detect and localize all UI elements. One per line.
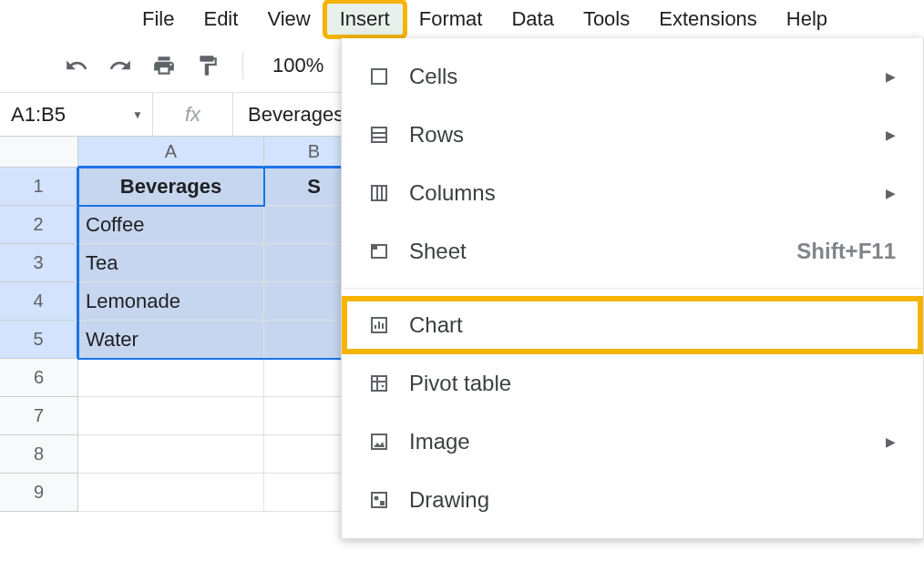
pivot-icon: [365, 370, 393, 397]
svg-rect-0: [372, 69, 386, 84]
cell-a6[interactable]: [78, 359, 264, 397]
menu-item-label: Drawing: [409, 487, 896, 513]
menu-item-label: Chart: [409, 312, 896, 338]
drawing-icon: [365, 486, 393, 514]
toolbar-separator: [242, 52, 243, 79]
row-header-3[interactable]: 3: [0, 244, 78, 282]
menu-item-pivot-table[interactable]: Pivot table: [342, 354, 923, 413]
zoom-level[interactable]: 100%: [265, 54, 331, 77]
svg-rect-1: [372, 128, 386, 142]
name-box-value: A1:B5: [11, 103, 66, 127]
cell-a1[interactable]: Beverages: [78, 168, 264, 206]
svg-rect-19: [380, 501, 385, 505]
row-headers: 1 2 3 4 5 6 7 8 9: [0, 168, 78, 512]
menu-item-columns[interactable]: Columns ▶: [342, 164, 923, 222]
submenu-arrow-icon: ▶: [886, 186, 896, 200]
menu-help[interactable]: Help: [772, 2, 842, 36]
cell-a7[interactable]: [78, 397, 264, 435]
cell-a4[interactable]: Lemonade: [78, 282, 264, 321]
row-header-5[interactable]: 5: [0, 321, 78, 359]
insert-menu-dropdown: Cells ▶ Rows ▶ Columns ▶ Sheet Shift+F11…: [341, 38, 924, 539]
submenu-arrow-icon: ▶: [886, 128, 896, 142]
menu-item-cells[interactable]: Cells ▶: [342, 47, 923, 106]
select-all-corner[interactable]: [0, 137, 78, 168]
row-header-2[interactable]: 2: [0, 206, 78, 244]
menu-item-label: Columns: [409, 180, 886, 206]
menu-item-label: Image: [409, 429, 886, 454]
menu-view[interactable]: View: [252, 2, 324, 36]
name-box[interactable]: A1:B5 ▼: [0, 93, 153, 137]
cell-a2[interactable]: Coffee: [78, 206, 264, 244]
menu-data[interactable]: Data: [497, 2, 568, 36]
menu-item-rows[interactable]: Rows ▶: [342, 106, 923, 164]
menu-item-image[interactable]: Image ▶: [342, 413, 923, 471]
rows-icon: [365, 121, 393, 148]
menu-item-label: Rows: [409, 122, 886, 148]
name-box-dropdown-icon[interactable]: ▼: [132, 108, 143, 121]
menu-item-chart[interactable]: Chart: [342, 296, 923, 354]
menu-item-label: Pivot table: [409, 371, 896, 396]
row-header-7[interactable]: 7: [0, 397, 78, 435]
cells-icon: [365, 63, 393, 90]
sheet-icon: [365, 238, 393, 265]
cell-a5[interactable]: Water: [78, 321, 264, 359]
menu-divider: [342, 288, 923, 289]
menu-item-sheet[interactable]: Sheet Shift+F11: [342, 222, 923, 280]
menu-edit[interactable]: Edit: [189, 2, 252, 36]
row-header-9[interactable]: 9: [0, 474, 78, 512]
redo-icon[interactable]: [108, 53, 133, 78]
menu-item-label: Sheet: [409, 239, 796, 264]
menu-insert[interactable]: Insert: [325, 2, 405, 36]
cell-a8[interactable]: [78, 435, 264, 474]
menu-item-shortcut: Shift+F11: [796, 239, 896, 264]
menu-file[interactable]: File: [128, 2, 189, 36]
undo-icon[interactable]: [64, 53, 89, 78]
menu-item-label: Cells: [409, 64, 886, 89]
row-header-1[interactable]: 1: [0, 168, 78, 206]
menu-item-drawing[interactable]: Drawing: [342, 471, 923, 529]
submenu-arrow-icon: ▶: [886, 69, 896, 84]
svg-rect-8: [372, 245, 377, 250]
cell-a3[interactable]: Tea: [78, 244, 264, 282]
menubar: File Edit View Insert Format Data Tools …: [0, 0, 924, 38]
cells-area[interactable]: Beverages S Coffee Tea Lemonade Water: [78, 168, 364, 512]
svg-rect-4: [372, 186, 386, 200]
cell-a9[interactable]: [78, 474, 264, 512]
svg-rect-13: [372, 376, 386, 391]
chart-icon: [365, 311, 393, 339]
row-header-4[interactable]: 4: [0, 282, 78, 321]
menu-tools[interactable]: Tools: [569, 2, 644, 36]
image-icon: [365, 428, 393, 455]
row-header-6[interactable]: 6: [0, 359, 78, 397]
menu-extensions[interactable]: Extensions: [644, 2, 772, 36]
paint-format-icon[interactable]: [195, 53, 221, 78]
submenu-arrow-icon: ▶: [886, 434, 896, 449]
fx-label: fx: [153, 93, 233, 137]
svg-point-18: [375, 496, 379, 501]
row-header-8[interactable]: 8: [0, 435, 78, 474]
col-header-a[interactable]: A: [78, 137, 264, 168]
print-icon[interactable]: [151, 53, 177, 78]
columns-icon: [365, 179, 393, 207]
menu-format[interactable]: Format: [405, 2, 498, 36]
